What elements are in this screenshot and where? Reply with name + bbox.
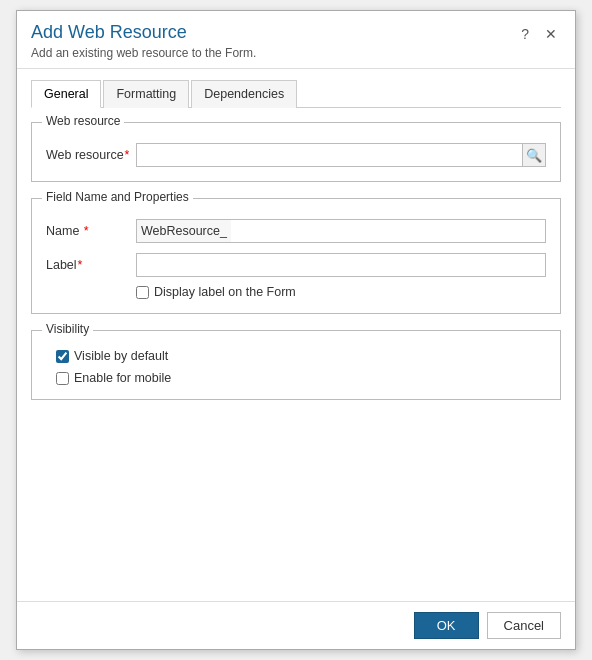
tab-formatting[interactable]: Formatting: [103, 80, 189, 108]
web-resource-lookup-button[interactable]: 🔍: [522, 143, 546, 167]
enable-mobile-checkbox[interactable]: [56, 372, 69, 385]
lookup-icon: 🔍: [526, 148, 542, 163]
visible-by-default-row: Visible by default: [56, 349, 546, 363]
web-resource-legend: Web resource: [42, 114, 124, 128]
dialog-subtitle: Add an existing web resource to the Form…: [31, 46, 256, 60]
visible-by-default-checkbox[interactable]: [56, 350, 69, 363]
tab-dependencies[interactable]: Dependencies: [191, 80, 297, 108]
visibility-section: Visibility Visible by default Enable for…: [31, 330, 561, 400]
help-button[interactable]: ?: [517, 25, 533, 43]
name-label: Name *: [46, 224, 136, 238]
web-resource-input[interactable]: [136, 143, 522, 167]
label-label: Label*: [46, 258, 136, 272]
visible-by-default-label[interactable]: Visible by default: [74, 349, 168, 363]
dialog-title-area: Add Web Resource Add an existing web res…: [31, 21, 256, 60]
tab-general[interactable]: General: [31, 80, 101, 108]
dialog-title: Add Web Resource: [31, 21, 256, 44]
label-row: Label*: [46, 253, 546, 277]
dialog-footer: OK Cancel: [17, 601, 575, 649]
title-actions: ? ✕: [517, 25, 561, 43]
close-button[interactable]: ✕: [541, 25, 561, 43]
web-resource-row: Web resource* 🔍: [46, 143, 546, 167]
display-label-text[interactable]: Display label on the Form: [154, 285, 296, 299]
web-resource-label: Web resource*: [46, 148, 136, 162]
web-resource-required: *: [125, 148, 130, 162]
web-resource-section: Web resource Web resource* 🔍: [31, 122, 561, 182]
name-input[interactable]: [231, 219, 546, 243]
label-input[interactable]: [136, 253, 546, 277]
enable-mobile-row: Enable for mobile: [56, 371, 546, 385]
visibility-legend: Visibility: [42, 322, 93, 336]
name-prefix: WebResource_: [136, 219, 231, 243]
dialog-titlebar: Add Web Resource Add an existing web res…: [17, 11, 575, 69]
field-name-section: Field Name and Properties Name * WebReso…: [31, 198, 561, 314]
enable-mobile-label[interactable]: Enable for mobile: [74, 371, 171, 385]
label-required: *: [78, 258, 83, 272]
name-required: *: [80, 224, 88, 238]
tab-bar: General Formatting Dependencies: [31, 79, 561, 108]
field-name-legend: Field Name and Properties: [42, 190, 193, 204]
name-row: Name * WebResource_: [46, 219, 546, 243]
web-resource-input-wrapper: 🔍: [136, 143, 546, 167]
ok-button[interactable]: OK: [414, 612, 479, 639]
display-label-row: Display label on the Form: [136, 285, 546, 299]
display-label-checkbox[interactable]: [136, 286, 149, 299]
name-input-wrapper: WebResource_: [136, 219, 546, 243]
dialog-body: General Formatting Dependencies Web reso…: [17, 69, 575, 601]
add-web-resource-dialog: Add Web Resource Add an existing web res…: [16, 10, 576, 650]
cancel-button[interactable]: Cancel: [487, 612, 561, 639]
